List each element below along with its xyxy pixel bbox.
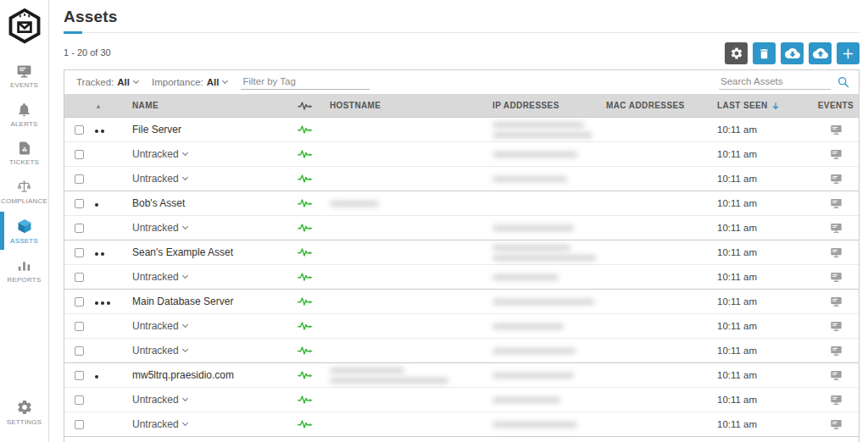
- column-header-name[interactable]: NAME: [132, 101, 296, 110]
- table-row: Untracked10:11 am: [64, 412, 859, 436]
- page-title: Assets: [64, 8, 860, 26]
- sidebar-item-label: ASSETS: [10, 237, 38, 245]
- importance-cell: [90, 124, 128, 135]
- scales-icon: [16, 179, 32, 195]
- last-seen: 10:11 am: [717, 370, 757, 380]
- asset-name[interactable]: Sean's Example Asset: [132, 246, 233, 258]
- row-checkbox[interactable]: [75, 224, 84, 233]
- untracked-dropdown[interactable]: Untracked: [132, 394, 187, 406]
- events-monitor-icon[interactable]: [830, 223, 843, 234]
- row-checkbox[interactable]: [75, 346, 84, 356]
- ip-cell: [491, 419, 604, 429]
- row-checkbox[interactable]: [75, 174, 84, 184]
- column-header-mac[interactable]: MAC ADDRESSES: [606, 101, 713, 110]
- table-row: Sean's Example Asset10:11 am: [64, 240, 859, 264]
- row-checkbox[interactable]: [75, 322, 84, 331]
- row-checkbox[interactable]: [75, 273, 84, 282]
- page-header: Assets: [64, 0, 860, 33]
- events-monitor-icon[interactable]: [830, 370, 843, 381]
- table-row: Untracked10:11 am: [64, 215, 859, 240]
- column-header-events[interactable]: EVENTS: [818, 101, 854, 110]
- events-monitor-icon[interactable]: [830, 247, 843, 258]
- redacted-text: [492, 245, 570, 251]
- ip-cell: [491, 119, 604, 140]
- table-body: File Server10:11 amUntracked10:11 amUntr…: [64, 117, 859, 442]
- sidebar-item-alerts[interactable]: ALERTS: [0, 95, 48, 134]
- redacted-text: [492, 152, 577, 157]
- search-icon[interactable]: [837, 75, 850, 89]
- asset-name[interactable]: mw5ltrq.praesidio.com: [132, 369, 234, 381]
- hostname-cell: [325, 365, 491, 385]
- search-input[interactable]: [719, 75, 831, 90]
- untracked-dropdown[interactable]: Untracked: [132, 173, 187, 185]
- asset-name[interactable]: Main Database Server: [132, 296, 233, 307]
- untracked-dropdown[interactable]: Untracked: [132, 271, 187, 283]
- events-monitor-icon[interactable]: [830, 174, 843, 185]
- sidebar-item-settings[interactable]: SETTINGS: [0, 392, 48, 432]
- importance-dot: [107, 301, 110, 305]
- untracked-dropdown[interactable]: Untracked: [132, 222, 187, 234]
- chevron-down-icon: [182, 322, 188, 328]
- delete-button[interactable]: [753, 42, 776, 64]
- row-checkbox[interactable]: [75, 199, 84, 208]
- table-row: mw5ltrq.praesidio.com10:11 am: [64, 362, 859, 387]
- events-monitor-icon[interactable]: [830, 395, 843, 406]
- table-row: Untracked10:11 am: [64, 387, 859, 412]
- untracked-dropdown[interactable]: Untracked: [132, 148, 187, 160]
- ip-cell: [491, 395, 604, 405]
- download-button[interactable]: [781, 42, 804, 64]
- events-monitor-icon[interactable]: [830, 272, 843, 283]
- app-logo: [7, 7, 42, 46]
- sidebar-item-events[interactable]: EVENTS: [0, 58, 48, 95]
- asset-name[interactable]: File Server: [132, 124, 181, 135]
- row-checkbox[interactable]: [75, 297, 84, 307]
- table-row: Main Database Server10:11 am: [64, 289, 859, 313]
- events-monitor-icon[interactable]: [830, 124, 843, 135]
- redacted-text: [492, 299, 594, 305]
- sidebar-item-compliance[interactable]: COMPLIANCE: [0, 172, 48, 211]
- column-header-hostname[interactable]: HOSTNAME: [330, 101, 491, 110]
- sidebar-item-label: ALERTS: [10, 120, 37, 128]
- untracked-dropdown[interactable]: Untracked: [132, 345, 187, 356]
- sidebar-item-reports[interactable]: REPORTS: [0, 251, 48, 290]
- untracked-dropdown[interactable]: Untracked: [132, 320, 187, 332]
- redacted-text: [492, 176, 567, 182]
- last-seen: 10:11 am: [717, 223, 757, 233]
- row-checkbox[interactable]: [75, 125, 84, 135]
- sidebar-item-tickets[interactable]: TICKETS: [0, 134, 48, 172]
- last-seen: 10:11 am: [717, 419, 757, 429]
- row-checkbox[interactable]: [75, 395, 84, 405]
- cloud-upload-icon: [813, 46, 828, 61]
- importance-filter-dropdown[interactable]: Importance: All: [152, 77, 227, 87]
- column-header-last-seen[interactable]: LAST SEEN: [717, 101, 813, 110]
- upload-button[interactable]: [809, 42, 832, 64]
- add-asset-button[interactable]: [837, 42, 860, 64]
- ip-cell: [491, 272, 604, 282]
- settings-button[interactable]: [725, 42, 748, 64]
- asset-name[interactable]: Bob's Asset: [132, 197, 185, 209]
- activity-pulse-icon: [298, 370, 325, 380]
- plus-icon: [841, 47, 855, 61]
- events-monitor-icon[interactable]: [830, 321, 843, 332]
- row-checkbox[interactable]: [75, 150, 84, 159]
- ip-cell: [491, 296, 604, 307]
- sidebar-item-label: COMPLIANCE: [1, 197, 47, 205]
- last-seen: 10:11 am: [717, 345, 757, 356]
- row-checkbox[interactable]: [75, 248, 84, 257]
- sidebar-item-assets[interactable]: ASSETS: [0, 211, 48, 251]
- row-checkbox[interactable]: [75, 371, 84, 380]
- events-monitor-icon[interactable]: [830, 198, 843, 209]
- triangle-up-icon[interactable]: ▲: [95, 102, 102, 110]
- importance-cell: [90, 197, 128, 209]
- events-monitor-icon[interactable]: [830, 296, 843, 307]
- tracked-filter-dropdown[interactable]: Tracked: All: [76, 77, 138, 87]
- row-checkbox[interactable]: [75, 420, 84, 429]
- redacted-text: [492, 348, 576, 354]
- result-range: 1 - 20 of 30: [64, 47, 111, 64]
- tag-filter-input[interactable]: [241, 75, 370, 90]
- events-monitor-icon[interactable]: [830, 345, 843, 356]
- events-monitor-icon[interactable]: [830, 419, 843, 430]
- column-header-ip[interactable]: IP ADDRESSES: [492, 101, 604, 110]
- events-monitor-icon[interactable]: [830, 149, 843, 160]
- untracked-dropdown[interactable]: Untracked: [132, 418, 187, 430]
